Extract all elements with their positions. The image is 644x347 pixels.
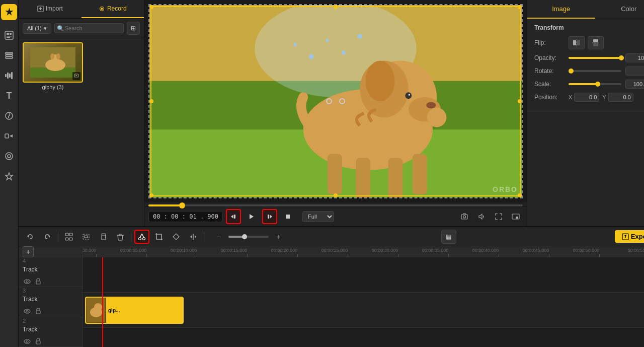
zoom-in-button[interactable]: + bbox=[271, 230, 286, 244]
pip-button[interactable] bbox=[509, 210, 523, 224]
flip-label: Flip: bbox=[534, 39, 565, 46]
sidebar-item-favorites[interactable] bbox=[0, 167, 18, 185]
progress-thumb[interactable] bbox=[179, 202, 185, 209]
track-visibility-2[interactable] bbox=[23, 337, 32, 346]
svg-point-36 bbox=[366, 61, 395, 101]
tab-color[interactable]: Color bbox=[595, 0, 645, 19]
fullscreen-button[interactable] bbox=[492, 210, 506, 224]
opacity-slider[interactable] bbox=[569, 57, 621, 59]
flip-row: Flip: bbox=[534, 36, 644, 49]
cut-button[interactable] bbox=[134, 230, 149, 244]
preview-video: ORBO bbox=[148, 4, 523, 198]
sidebar-item-effects[interactable] bbox=[0, 107, 18, 125]
svg-point-46 bbox=[309, 54, 314, 59]
track-lock-4[interactable] bbox=[34, 277, 43, 286]
screenshot-button[interactable] bbox=[457, 210, 471, 224]
sidebar-item-audio[interactable] bbox=[0, 66, 18, 85]
position-row: Position: X 0.0 Y 0.0 bbox=[534, 93, 644, 102]
zoom-thumb[interactable] bbox=[242, 234, 247, 239]
position-y-value[interactable]: 0.0 bbox=[608, 93, 633, 102]
scale-thumb[interactable] bbox=[595, 82, 600, 87]
property-tabs: Image Color bbox=[527, 0, 644, 19]
ruler-tick-9: 00:00:45.000 bbox=[536, 248, 562, 257]
rewind-button[interactable] bbox=[226, 209, 241, 224]
timeline-content[interactable]: 00:00:00.000 00:00:05.000 00:00:10.000 0… bbox=[83, 246, 644, 347]
tab-image[interactable]: Image bbox=[527, 0, 595, 19]
filter-dropdown[interactable]: All (1) ▾ bbox=[23, 23, 51, 34]
scale-value[interactable]: 100.0% bbox=[625, 80, 644, 89]
stop-button[interactable] bbox=[280, 209, 295, 224]
svg-point-20 bbox=[101, 8, 103, 10]
delete-button[interactable] bbox=[113, 230, 128, 244]
svg-point-25 bbox=[50, 53, 54, 59]
flip-horizontal-button[interactable] bbox=[569, 36, 585, 49]
export-button[interactable]: Export bbox=[615, 230, 644, 243]
track-lock-3[interactable] bbox=[34, 307, 43, 316]
track-visibility-3[interactable] bbox=[23, 307, 32, 316]
progress-bar[interactable] bbox=[148, 204, 523, 206]
copy-button[interactable] bbox=[96, 230, 111, 244]
rotate-slider[interactable] bbox=[569, 70, 621, 72]
svg-point-96 bbox=[26, 340, 28, 342]
svg-rect-63 bbox=[577, 40, 580, 45]
svg-rect-40 bbox=[413, 154, 427, 194]
split-button[interactable] bbox=[186, 230, 201, 244]
track-name-row-4: Track bbox=[23, 266, 78, 273]
sidebar-item-transitions[interactable] bbox=[0, 127, 18, 145]
grid-view-button[interactable]: ⊞ bbox=[127, 22, 140, 35]
svg-point-15 bbox=[8, 155, 11, 158]
svg-point-90 bbox=[26, 281, 28, 283]
svg-rect-73 bbox=[69, 238, 72, 240]
volume-button[interactable] bbox=[474, 210, 489, 224]
svg-rect-62 bbox=[573, 40, 576, 45]
position-x-value[interactable]: 0.0 bbox=[574, 93, 599, 102]
svg-rect-71 bbox=[69, 233, 72, 236]
sidebar: ★ T bbox=[0, 0, 19, 347]
ruler-tick-5: 00:00:25.000 bbox=[335, 248, 361, 257]
track-visibility-4[interactable] bbox=[23, 277, 32, 286]
svg-rect-3 bbox=[7, 36, 12, 37]
svg-rect-76 bbox=[102, 235, 106, 240]
playhead[interactable] bbox=[102, 257, 103, 347]
svg-rect-0 bbox=[5, 31, 13, 39]
opacity-thumb[interactable] bbox=[619, 55, 624, 60]
rotate-value[interactable]: 0° bbox=[625, 66, 644, 76]
forward-button[interactable] bbox=[262, 209, 277, 224]
zoom-out-button[interactable]: − bbox=[211, 230, 226, 244]
sidebar-item-layers[interactable] bbox=[0, 46, 18, 64]
play-button[interactable] bbox=[244, 209, 259, 224]
track-label-3: 3 Track bbox=[19, 287, 83, 317]
ungroup-button[interactable] bbox=[78, 230, 94, 244]
crop-button[interactable] bbox=[151, 230, 167, 244]
scale-slider[interactable] bbox=[569, 83, 621, 85]
rotate-thumb[interactable] bbox=[569, 68, 574, 74]
svg-point-14 bbox=[6, 153, 13, 160]
flip-vertical-button[interactable] bbox=[588, 36, 604, 49]
svg-rect-1 bbox=[7, 33, 9, 35]
zoom-select[interactable]: Full 25%50%75%150%200% bbox=[302, 211, 334, 222]
timeline-toolbar: − + ▦ Export bbox=[19, 227, 644, 246]
opacity-value[interactable]: 100% bbox=[625, 53, 644, 62]
svg-marker-82 bbox=[173, 234, 179, 240]
transform-section: Transform Flip: Opacity: bbox=[527, 19, 644, 111]
clip-block-giphy[interactable]: gip... bbox=[85, 297, 184, 324]
svg-point-100 bbox=[94, 303, 102, 311]
keyframe-button[interactable] bbox=[169, 230, 184, 244]
add-track-button[interactable]: + bbox=[23, 246, 34, 257]
render-button[interactable]: ▦ bbox=[441, 230, 456, 244]
redo-button[interactable] bbox=[40, 230, 55, 244]
svg-rect-91 bbox=[36, 281, 40, 284]
sidebar-item-media[interactable] bbox=[0, 26, 18, 44]
track-lock-2[interactable] bbox=[34, 337, 43, 346]
sidebar-item-filters[interactable] bbox=[0, 147, 18, 165]
list-item[interactable]: giphy (3) bbox=[23, 42, 83, 90]
undo-button[interactable] bbox=[23, 230, 38, 244]
ruler-tick-3: 00:00:15.000 bbox=[234, 248, 261, 257]
import-tab[interactable]: Import bbox=[19, 0, 82, 18]
sidebar-item-text[interactable]: T bbox=[0, 87, 18, 105]
svg-marker-51 bbox=[231, 215, 233, 219]
search-input[interactable] bbox=[54, 23, 124, 33]
zoom-slider[interactable] bbox=[228, 236, 269, 238]
group-button[interactable] bbox=[61, 230, 76, 244]
record-tab[interactable]: Record bbox=[82, 0, 144, 18]
